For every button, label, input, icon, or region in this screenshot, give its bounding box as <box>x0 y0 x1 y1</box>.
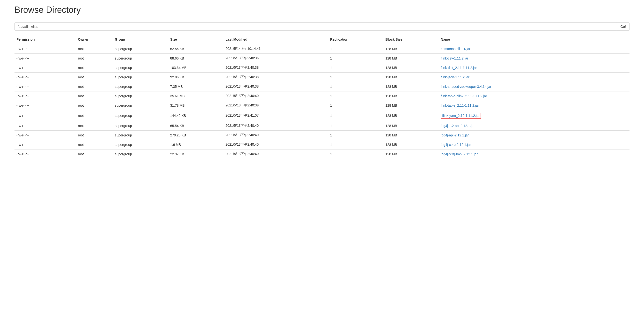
file-link[interactable]: commons-cli-1.4.jar <box>441 47 470 51</box>
cell-name: flink-json-1.11.2.jar <box>439 73 630 82</box>
divider <box>14 18 630 18</box>
table-row: -rw-r--r--rootsupergroup270.28 KB2021/5/… <box>14 131 630 140</box>
cell-size: 88.66 KB <box>168 54 224 63</box>
cell-block_size: 128 MB <box>384 54 439 63</box>
cell-owner: root <box>76 101 113 110</box>
file-link[interactable]: flink-table-blink_2.11-1.11.2.jar <box>441 94 487 98</box>
cell-last_modified: 2021/5/13下午2:40:40 <box>224 121 328 131</box>
cell-permission: -rw-r--r-- <box>14 121 76 131</box>
cell-owner: root <box>76 63 113 73</box>
cell-owner: root <box>76 140 113 149</box>
cell-group: supergroup <box>113 101 168 110</box>
cell-replication: 1 <box>328 54 384 63</box>
cell-replication: 1 <box>328 63 384 73</box>
file-link[interactable]: flink-shaded-zookeeper-3.4.14.jar <box>441 85 491 89</box>
file-table: Permission Owner Group Size Last Modifie… <box>14 35 630 159</box>
table-row: -rw-r--r--rootsupergroup52.56 KB2021/5/1… <box>14 44 630 54</box>
cell-size: 7.35 MB <box>168 82 224 91</box>
cell-replication: 1 <box>328 91 384 101</box>
cell-replication: 1 <box>328 101 384 110</box>
file-link[interactable]: log4j-1.2-api-2.12.1.jar <box>441 124 474 128</box>
header-group[interactable]: Group <box>113 35 168 44</box>
cell-group: supergroup <box>113 73 168 82</box>
go-button[interactable]: Go! <box>617 23 630 31</box>
cell-group: supergroup <box>113 54 168 63</box>
cell-owner: root <box>76 131 113 140</box>
header-size[interactable]: Size <box>168 35 224 44</box>
file-link[interactable]: log4j-slf4j-impl-2.12.1.jar <box>441 152 478 156</box>
cell-size: 65.54 KB <box>168 121 224 131</box>
cell-name: flink-csv-1.11.2.jar <box>439 54 630 63</box>
header-replication[interactable]: Replication <box>328 35 384 44</box>
cell-permission: -rw-r--r-- <box>14 73 76 82</box>
cell-owner: root <box>76 91 113 101</box>
cell-name: log4j-api-2.12.1.jar <box>439 131 630 140</box>
cell-permission: -rw-r--r-- <box>14 131 76 140</box>
header-name[interactable]: Name <box>439 35 630 44</box>
table-row: -rw-r--r--rootsupergroup65.54 KB2021/5/1… <box>14 121 630 131</box>
cell-last_modified: 2021/5/13下午2:41:07 <box>224 110 328 121</box>
file-link[interactable]: flink-table_2.11-1.11.2.jar <box>441 104 479 107</box>
header-last-modified[interactable]: Last Modified <box>224 35 328 44</box>
cell-permission: -rw-r--r-- <box>14 140 76 149</box>
cell-permission: -rw-r--r-- <box>14 63 76 73</box>
cell-block_size: 128 MB <box>384 73 439 82</box>
cell-size: 1.6 MB <box>168 140 224 149</box>
path-input-group: Go! <box>14 23 630 31</box>
cell-owner: root <box>76 54 113 63</box>
cell-owner: root <box>76 110 113 121</box>
table-row: -rw-r--r--rootsupergroup7.35 MB2021/5/13… <box>14 82 630 91</box>
cell-group: supergroup <box>113 121 168 131</box>
cell-replication: 1 <box>328 82 384 91</box>
cell-replication: 1 <box>328 149 384 159</box>
cell-name: log4j-core-2.12.1.jar <box>439 140 630 149</box>
table-row: -rw-r--r--rootsupergroup103.34 MB2021/5/… <box>14 63 630 73</box>
cell-group: supergroup <box>113 44 168 54</box>
cell-name: flink-yarn_2.12-1.11.2.jar <box>439 110 630 121</box>
cell-block_size: 128 MB <box>384 82 439 91</box>
table-row: -rw-r--r--rootsupergroup35.61 MB2021/5/1… <box>14 91 630 101</box>
header-permission[interactable]: Permission <box>14 35 76 44</box>
cell-block_size: 128 MB <box>384 44 439 54</box>
header-owner[interactable]: Owner <box>76 35 113 44</box>
file-link[interactable]: log4j-core-2.12.1.jar <box>441 143 471 147</box>
cell-name: flink-shaded-zookeeper-3.4.14.jar <box>439 82 630 91</box>
cell-group: supergroup <box>113 131 168 140</box>
cell-size: 144.42 KB <box>168 110 224 121</box>
cell-group: supergroup <box>113 91 168 101</box>
cell-permission: -rw-r--r-- <box>14 44 76 54</box>
cell-permission: -rw-r--r-- <box>14 101 76 110</box>
cell-owner: root <box>76 44 113 54</box>
cell-block_size: 128 MB <box>384 121 439 131</box>
cell-replication: 1 <box>328 121 384 131</box>
cell-permission: -rw-r--r-- <box>14 82 76 91</box>
cell-name: flink-dist_2.11-1.11.2.jar <box>439 63 630 73</box>
cell-size: 22.97 KB <box>168 149 224 159</box>
file-link[interactable]: flink-yarn_2.12-1.11.2.jar <box>441 113 481 119</box>
cell-last_modified: 2021/5/13下午2:40:39 <box>224 101 328 110</box>
table-row: -rw-r--r--rootsupergroup22.97 KB2021/5/1… <box>14 149 630 159</box>
header-block-size[interactable]: Block Size <box>384 35 439 44</box>
cell-replication: 1 <box>328 131 384 140</box>
cell-size: 31.78 MB <box>168 101 224 110</box>
cell-owner: root <box>76 121 113 131</box>
table-header-row: Permission Owner Group Size Last Modifie… <box>14 35 630 44</box>
cell-size: 103.34 MB <box>168 63 224 73</box>
cell-last_modified: 2021/5/13下午2:40:40 <box>224 91 328 101</box>
cell-permission: -rw-r--r-- <box>14 54 76 63</box>
path-input[interactable] <box>14 23 617 31</box>
cell-permission: -rw-r--r-- <box>14 149 76 159</box>
cell-owner: root <box>76 82 113 91</box>
cell-block_size: 128 MB <box>384 140 439 149</box>
cell-last_modified: 2021/5/13下午2:40:40 <box>224 140 328 149</box>
file-link[interactable]: log4j-api-2.12.1.jar <box>441 133 469 137</box>
cell-group: supergroup <box>113 82 168 91</box>
cell-block_size: 128 MB <box>384 131 439 140</box>
cell-size: 35.61 MB <box>168 91 224 101</box>
cell-replication: 1 <box>328 140 384 149</box>
file-link[interactable]: flink-csv-1.11.2.jar <box>441 56 468 60</box>
file-link[interactable]: flink-json-1.11.2.jar <box>441 75 469 79</box>
cell-block_size: 128 MB <box>384 149 439 159</box>
cell-block_size: 128 MB <box>384 101 439 110</box>
file-link[interactable]: flink-dist_2.11-1.11.2.jar <box>441 66 477 70</box>
